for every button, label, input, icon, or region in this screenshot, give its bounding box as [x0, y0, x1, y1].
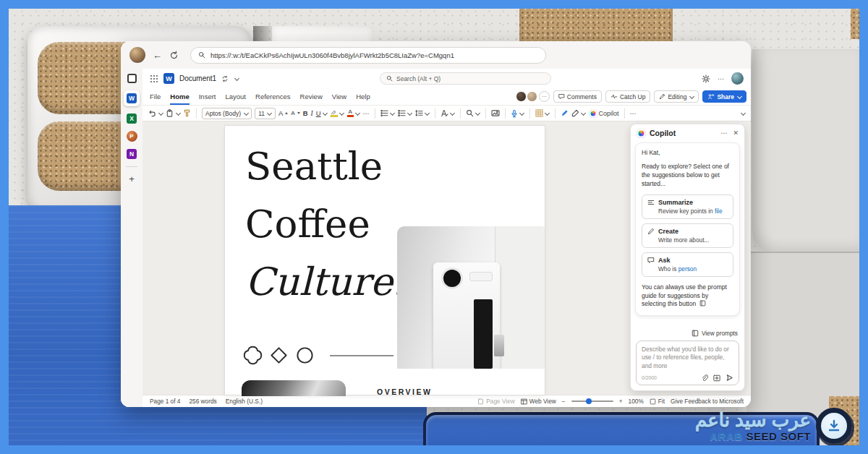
tab-references[interactable]: References: [255, 88, 291, 105]
document-page[interactable]: Seattle Coffee Culture.: [225, 126, 545, 395]
editing-mode-button[interactable]: Editing: [654, 90, 699, 103]
address-bar[interactable]: https://:w:/t/EaCKkPs6AchIjwULn3060f4Bvb…: [190, 47, 546, 64]
zoom-slider[interactable]: [571, 401, 613, 402]
font-size-select[interactable]: 11: [255, 108, 276, 119]
paste-button[interactable]: [166, 109, 180, 117]
heading-line-3: Culture.: [245, 253, 405, 311]
file-link[interactable]: file: [715, 207, 723, 215]
suggestion-create[interactable]: Create Write more about...: [642, 223, 733, 248]
underline-button[interactable]: U: [316, 109, 328, 117]
desktop-scene: ← https://:w:/t/EaCKkPs6AchIjwULn3060f4B…: [9, 9, 859, 445]
more-options-icon[interactable]: ⋯: [718, 75, 724, 82]
line-spacing-button[interactable]: [415, 109, 430, 117]
comments-button[interactable]: Comments: [553, 90, 602, 103]
back-icon[interactable]: ←: [153, 50, 162, 61]
collapse-ribbon-button[interactable]: [740, 111, 745, 116]
picture-button[interactable]: [491, 109, 500, 117]
zoom-slider-knob[interactable]: [586, 398, 592, 404]
collaborator-avatar-2[interactable]: [527, 91, 537, 102]
suggestion-ask[interactable]: Ask Who is person: [642, 252, 733, 277]
copilot-button[interactable]: Copilot: [589, 109, 619, 118]
catch-up-button[interactable]: Catch Up: [605, 90, 650, 103]
copilot-intro: Ready to explore? Select one of the sugg…: [642, 163, 733, 189]
tab-help[interactable]: Help: [356, 88, 370, 105]
tab-layout[interactable]: Layout: [225, 88, 246, 105]
font-color-button[interactable]: A: [347, 109, 360, 117]
find-button[interactable]: [466, 109, 480, 117]
onenote-icon[interactable]: N: [127, 149, 137, 159]
font-name-select[interactable]: Aptos (Body): [202, 108, 252, 119]
sidebar-item-word[interactable]: W: [124, 90, 140, 106]
fit-button[interactable]: Fit: [650, 398, 665, 405]
attach-paperclip-icon[interactable]: [701, 374, 708, 382]
copilot-panel: Copilot ⋯ ✕ Hi Kat, Ready to explore? Se…: [630, 124, 745, 391]
numbering-button[interactable]: [398, 109, 412, 117]
decorative-shapes: [243, 346, 393, 365]
collaborator-overflow[interactable]: ⋯: [539, 91, 550, 102]
app-launcher-icon[interactable]: [150, 74, 158, 83]
tab-file[interactable]: File: [150, 88, 161, 105]
tab-home[interactable]: Home: [170, 88, 189, 105]
copilot-close-icon[interactable]: ✕: [733, 129, 739, 137]
format-painter-button[interactable]: [183, 109, 191, 117]
status-bar: Page 1 of 4 256 words English (U.S.) Pag…: [142, 395, 751, 407]
watermark: عرب سيد ناعم Arab Seed Soft: [695, 408, 852, 444]
zoom-out-button[interactable]: −: [562, 398, 566, 405]
grow-font-button[interactable]: A: [278, 109, 288, 117]
draw-pen-button[interactable]: [561, 109, 569, 117]
shrink-font-button[interactable]: A: [291, 110, 299, 116]
feedback-link[interactable]: Give Feedback to Microsoft: [671, 398, 744, 405]
collaborator-avatar-1[interactable]: [516, 91, 527, 102]
copilot-more-icon[interactable]: ⋯: [720, 129, 727, 137]
powerpoint-icon[interactable]: P: [127, 131, 137, 142]
undo-button[interactable]: [148, 109, 163, 117]
pen-tools-button[interactable]: [571, 109, 586, 117]
styles-button[interactable]: [441, 109, 455, 117]
share-button[interactable]: Share: [702, 90, 746, 103]
excel-icon[interactable]: X: [127, 113, 137, 124]
ribbon-overflow-button[interactable]: ⋯: [630, 110, 637, 117]
suggestion-summarize[interactable]: Summarize Review key points in file: [642, 194, 733, 219]
copilot-header: Copilot ⋯ ✕: [631, 124, 744, 142]
tab-review[interactable]: Review: [300, 88, 323, 105]
download-arrow-icon: [827, 419, 841, 433]
insert-image-icon[interactable]: [713, 374, 720, 382]
more-font-options[interactable]: ⋯: [363, 110, 370, 117]
italic-button[interactable]: I: [311, 110, 313, 117]
copilot-prompt-input[interactable]: Describe what you'd like to do or use / …: [636, 340, 739, 385]
word-count[interactable]: 256 words: [189, 398, 216, 405]
search-bar[interactable]: Search (Alt + Q): [380, 72, 551, 85]
autosave-sync-icon: [221, 75, 229, 82]
dictate-button[interactable]: [511, 109, 524, 118]
tab-insert[interactable]: Insert: [199, 88, 216, 105]
page-view-toggle[interactable]: Page View: [477, 398, 515, 405]
divider-line: [330, 355, 393, 356]
web-view-toggle[interactable]: Web View: [521, 398, 556, 405]
bullets-button[interactable]: [380, 109, 395, 117]
m365-app-icon[interactable]: [127, 74, 137, 83]
editor-grid-button[interactable]: [535, 109, 550, 117]
char-counter: 0/2000: [642, 375, 657, 380]
language-indicator[interactable]: English (U.S.): [226, 398, 263, 405]
bold-button[interactable]: B: [303, 109, 308, 117]
copilot-note: You can always use the prompt guide for …: [642, 283, 733, 309]
search-icon: [386, 75, 393, 82]
view-prompts-button[interactable]: View prompts: [631, 330, 744, 340]
tab-view[interactable]: View: [332, 88, 346, 105]
zoom-in-button[interactable]: +: [619, 398, 623, 405]
document-title[interactable]: Document1: [179, 74, 216, 82]
person-link[interactable]: person: [678, 265, 697, 273]
send-icon[interactable]: [726, 374, 733, 382]
reload-icon[interactable]: [169, 51, 179, 60]
add-app-button[interactable]: +: [129, 174, 135, 184]
browser-profile-avatar[interactable]: [129, 47, 145, 63]
title-chevron-icon[interactable]: [234, 76, 239, 81]
account-avatar[interactable]: [731, 72, 744, 85]
highlight-button[interactable]: [331, 109, 344, 117]
settings-gear-icon[interactable]: [702, 74, 710, 83]
diamond-shape: [269, 346, 289, 365]
page-count[interactable]: Page 1 of 4: [150, 398, 180, 405]
zoom-level[interactable]: 100%: [629, 398, 644, 405]
create-pencil-icon: [647, 228, 655, 235]
quatrefoil-shape: [243, 346, 263, 365]
